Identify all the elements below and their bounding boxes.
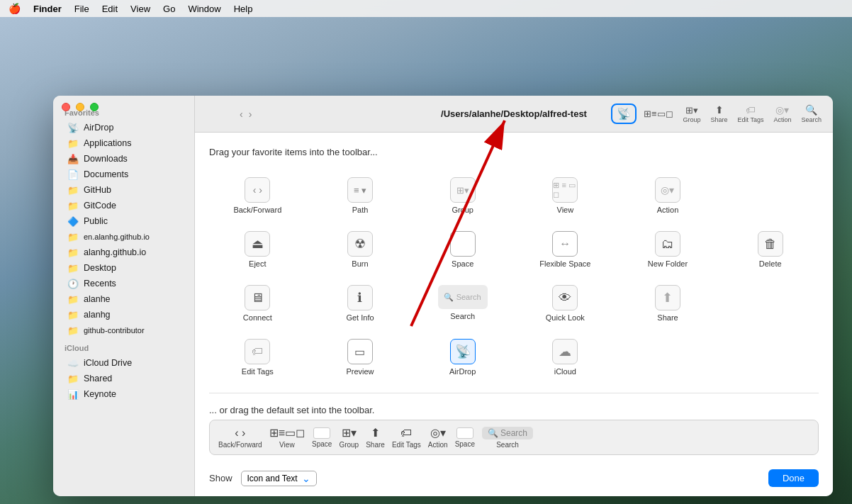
grid-item-search[interactable]: 🔍Search Search bbox=[414, 279, 511, 327]
sidebar-item-label: Applications bbox=[84, 138, 131, 148]
sidebar-item-applications[interactable]: 📁 Applications bbox=[56, 135, 191, 151]
toolbar-edittags-button[interactable]: 🏷 Edit Tags bbox=[735, 103, 767, 125]
edittags-label: Edit Tags bbox=[738, 116, 764, 123]
sidebar-item-label: Desktop bbox=[84, 263, 116, 273]
grid-item-view[interactable]: ⊞ ≡ ▭ ◻ View bbox=[517, 172, 614, 220]
airdrop-grid-label: AirDrop bbox=[449, 367, 476, 376]
default-share-label: Share bbox=[366, 441, 385, 449]
toolbar-view-icons[interactable]: ⊞≡▭◻ bbox=[641, 107, 676, 121]
grid-item-preview[interactable]: ▭ Preview bbox=[312, 333, 409, 381]
airdrop-grid-icon: 📡 bbox=[450, 339, 476, 364]
grid-item-delete[interactable]: 🗑 Delete bbox=[722, 225, 819, 274]
sidebar-item-documents[interactable]: 📄 Documents bbox=[56, 167, 191, 182]
finder-window: Favorites 📡 AirDrop 📁 Applications 📥 Dow… bbox=[53, 96, 833, 496]
minimize-button[interactable] bbox=[76, 103, 84, 111]
default-space1[interactable]: Space bbox=[312, 427, 332, 448]
default-search[interactable]: 🔍Search Search bbox=[482, 427, 533, 449]
grid-item-eject[interactable]: ⏏ Eject bbox=[209, 225, 306, 274]
grid-item-quicklook[interactable]: 👁 Quick Look bbox=[517, 279, 614, 327]
sidebar-item-label: AirDrop bbox=[84, 123, 113, 133]
default-toolbar-bar[interactable]: ‹ › Back/Forward ⊞≡▭◻ View Space ⊞▾ Grou… bbox=[209, 420, 819, 455]
default-backforward[interactable]: ‹ › Back/Forward bbox=[218, 427, 262, 449]
default-edittags[interactable]: 🏷 Edit Tags bbox=[392, 427, 421, 449]
back-button[interactable]: ‹ bbox=[237, 107, 245, 121]
default-toolbar-section: ... or drag the default set into the too… bbox=[209, 405, 819, 455]
toolbar-search-button[interactable]: 🔍 Search bbox=[798, 103, 824, 125]
sidebar-item-downloads[interactable]: 📥 Downloads bbox=[56, 151, 191, 167]
getinfo-grid-icon: ℹ bbox=[347, 285, 373, 310]
action-grid-icon: ◎▾ bbox=[655, 177, 680, 203]
done-button[interactable]: Done bbox=[768, 469, 819, 487]
toolbar-action-button[interactable]: ◎▾ Action bbox=[770, 103, 794, 125]
grid-item-action[interactable]: ◎▾ Action bbox=[620, 172, 717, 220]
toolbar-group-button[interactable]: ⊞▾ Group bbox=[680, 103, 704, 125]
sidebar-item-gitcode[interactable]: 📁 GitCode bbox=[56, 198, 191, 213]
menubar-file[interactable]: File bbox=[74, 4, 89, 14]
sidebar-item-desktop[interactable]: 📁 Desktop bbox=[56, 260, 191, 276]
sidebar-item-airdrop[interactable]: 📡 AirDrop bbox=[56, 120, 191, 135]
toolbar-share-button[interactable]: ⬆ Share bbox=[708, 103, 731, 125]
sidebar-item-shared[interactable]: 📁 Shared bbox=[56, 371, 191, 386]
grid-item-empty-2 bbox=[722, 279, 819, 327]
forward-button[interactable]: › bbox=[247, 107, 254, 121]
getinfo-grid-label: Get Info bbox=[346, 313, 374, 322]
menubar-finder[interactable]: Finder bbox=[33, 4, 62, 14]
grid-item-getinfo[interactable]: ℹ Get Info bbox=[312, 279, 409, 327]
sidebar-item-public[interactable]: 🔷 Public bbox=[56, 213, 191, 229]
toolbar-airdrop-button[interactable]: 📡 bbox=[611, 103, 637, 124]
grid-item-share[interactable]: ⬆ Share bbox=[620, 279, 717, 327]
github-contributor-icon: 📁 bbox=[67, 325, 79, 336]
preview-grid-icon: ▭ bbox=[347, 339, 373, 364]
menubar-view[interactable]: View bbox=[130, 4, 150, 14]
default-space2-label: Space bbox=[455, 440, 475, 448]
grid-item-group[interactable]: ⊞▾ Group bbox=[414, 172, 511, 220]
sidebar-item-alanhe[interactable]: 📁 alanhe bbox=[56, 291, 191, 307]
grid-item-icloud[interactable]: ☁ iCloud bbox=[517, 333, 614, 381]
delete-grid-icon: 🗑 bbox=[758, 231, 783, 257]
grid-item-burn[interactable]: ☢ Burn bbox=[312, 225, 409, 274]
default-view-icon: ⊞≡▭◻ bbox=[269, 426, 305, 439]
grid-item-connect[interactable]: 🖥 Connect bbox=[209, 279, 306, 327]
default-view[interactable]: ⊞≡▭◻ View bbox=[269, 426, 305, 449]
default-space2[interactable]: Space bbox=[455, 427, 475, 448]
keynote-icon: 📊 bbox=[67, 388, 79, 400]
sidebar-item-alanhg[interactable]: 📁 alanhg bbox=[56, 307, 191, 323]
grid-item-backforward[interactable]: ‹ › Back/Forward bbox=[209, 172, 306, 220]
close-button[interactable] bbox=[62, 103, 70, 111]
grid-item-new-folder[interactable]: 🗂 New Folder bbox=[620, 225, 717, 274]
default-backforward-icon: ‹ › bbox=[235, 427, 245, 439]
menubar-help[interactable]: Help bbox=[234, 4, 253, 14]
default-group[interactable]: ⊞▾ Group bbox=[339, 426, 359, 449]
sidebar-item-icloud-drive[interactable]: ☁️ iCloud Drive bbox=[56, 355, 191, 371]
flexible-space-grid-icon: ↔ bbox=[552, 231, 578, 257]
grid-item-edittags[interactable]: 🏷 Edit Tags bbox=[209, 333, 306, 381]
default-action[interactable]: ◎▾ Action bbox=[428, 426, 448, 449]
default-share[interactable]: ⬆ Share bbox=[366, 426, 385, 449]
grid-item-space[interactable]: Space bbox=[414, 225, 511, 274]
icloud-drive-icon: ☁️ bbox=[67, 357, 79, 369]
airdrop-icon: 📡 bbox=[67, 122, 79, 133]
sidebar-item-keynote[interactable]: 📊 Keynote bbox=[56, 386, 191, 402]
sidebar-item-alanhg-github[interactable]: 📁 alanhg.github.io bbox=[56, 245, 191, 260]
menubar-go[interactable]: Go bbox=[163, 4, 175, 14]
sidebar-item-github[interactable]: 📁 GitHub bbox=[56, 182, 191, 198]
apple-menu[interactable]: 🍎 bbox=[9, 3, 21, 14]
view-grid-label: View bbox=[557, 206, 574, 214]
menubar-window[interactable]: Window bbox=[188, 4, 220, 14]
share-grid-label: Share bbox=[657, 313, 678, 322]
grid-item-path[interactable]: ≡ ▾ Path bbox=[312, 172, 409, 220]
show-select[interactable]: Icon and Text ⌄ bbox=[241, 471, 317, 486]
grid-item-flexible-space[interactable]: ↔ Flexible Space bbox=[517, 225, 614, 274]
grid-item-airdrop[interactable]: 📡 AirDrop bbox=[414, 333, 511, 381]
alanhe-icon: 📁 bbox=[67, 293, 79, 305]
burn-grid-icon: ☢ bbox=[347, 231, 373, 257]
icloud-grid-icon: ☁ bbox=[552, 339, 578, 364]
sidebar-item-en-alanhg[interactable]: 📁 en.alanhg.github.io bbox=[56, 229, 191, 245]
maximize-button[interactable] bbox=[90, 103, 99, 111]
desktop-icon: 📁 bbox=[67, 262, 79, 274]
sidebar-item-recents[interactable]: 🕐 Recents bbox=[56, 276, 191, 291]
default-action-label: Action bbox=[428, 441, 448, 449]
alanhg-icon: 📁 bbox=[67, 309, 79, 320]
menubar-edit[interactable]: Edit bbox=[102, 4, 118, 14]
sidebar-item-github-contributor[interactable]: 📁 github-contributor bbox=[56, 323, 191, 338]
